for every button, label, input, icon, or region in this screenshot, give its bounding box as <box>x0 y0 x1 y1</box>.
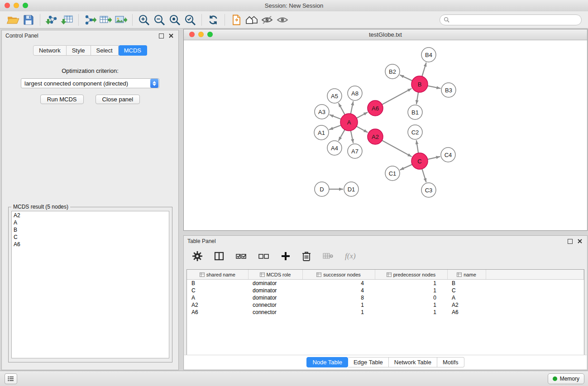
graph-node-B2[interactable]: B2 <box>385 64 400 79</box>
add-column-plus-icon[interactable] <box>281 251 291 261</box>
export-image-icon[interactable] <box>113 13 129 27</box>
graph-node-A1[interactable]: A1 <box>314 125 329 140</box>
node-table-container[interactable]: shared nameMCDS rolesuccessor nodesprede… <box>186 269 584 356</box>
export-table-icon[interactable] <box>98 13 113 27</box>
close-panel-button[interactable]: Close panel <box>96 95 140 104</box>
graph-edge-A2-C[interactable] <box>382 140 412 157</box>
home-views-icon[interactable] <box>244 13 259 27</box>
graph-node-C1[interactable]: C1 <box>385 166 400 181</box>
criterion-dropdown[interactable]: largest connected component (directed) <box>21 78 159 88</box>
delete-table-icon[interactable] <box>322 251 334 261</box>
graph-node-A7[interactable]: A7 <box>348 144 362 158</box>
zoom-out-icon[interactable] <box>152 13 167 27</box>
graph-node-C2[interactable]: C2 <box>408 125 422 139</box>
import-network-icon[interactable] <box>44 13 59 27</box>
tab-network-table[interactable]: Network Table <box>389 357 437 367</box>
zoom-in-icon[interactable] <box>136 13 152 27</box>
open-session-icon[interactable] <box>5 13 21 27</box>
tab-select[interactable]: Select <box>91 45 119 56</box>
table-row[interactable]: A6connector11A6 <box>187 309 584 316</box>
import-table-icon[interactable] <box>59 13 75 27</box>
search-input[interactable] <box>452 16 578 24</box>
table-cell[interactable]: 4 <box>302 287 375 294</box>
table-cell[interactable]: A6 <box>187 309 248 316</box>
tab-network[interactable]: Network <box>33 45 67 56</box>
table-cell[interactable]: A2 <box>187 301 248 309</box>
deselect-all-icon[interactable] <box>258 251 270 262</box>
table-row[interactable]: Bdominator41B <box>187 280 584 287</box>
first-neighbors-document-icon[interactable] <box>229 13 244 27</box>
zoom-fit-icon[interactable] <box>167 13 182 27</box>
task-history-menu-button[interactable] <box>5 373 17 384</box>
table-cell[interactable]: 4 <box>302 280 375 287</box>
table-cell[interactable]: 1 <box>375 287 447 294</box>
save-session-icon[interactable] <box>21 13 36 27</box>
mcds-result-item[interactable]: C <box>12 234 169 241</box>
table-row[interactable]: Cdominator41C <box>187 287 584 294</box>
tab-node-table[interactable]: Node Table <box>306 357 348 367</box>
graph-node-B[interactable]: B <box>411 76 428 92</box>
tab-motifs[interactable]: Motifs <box>437 357 464 367</box>
table-cell[interactable]: A2 <box>447 301 486 309</box>
table-settings-gear-icon[interactable] <box>192 251 203 262</box>
close-panel-icon[interactable] <box>167 32 175 39</box>
function-builder-icon[interactable]: f(x) <box>345 252 356 261</box>
zoom-selected-icon[interactable] <box>182 13 198 27</box>
apply-layout-refresh-icon[interactable] <box>206 13 221 27</box>
graph-edge-A6-B[interactable] <box>382 89 411 105</box>
table-cell[interactable]: 8 <box>302 294 375 301</box>
show-columns-icon[interactable] <box>214 251 225 262</box>
network-canvas[interactable]: B4B2BB3A5A8A6B1A3AA1C2A2A4A7C4CC1C3DD1 <box>184 40 587 230</box>
mcds-result-item[interactable]: A6 <box>12 241 169 248</box>
table-cell[interactable]: dominator <box>248 280 302 287</box>
table-cell[interactable]: A <box>447 294 486 301</box>
column-header-MCDS-role[interactable]: MCDS role <box>248 270 302 280</box>
delete-column-trash-icon[interactable] <box>301 251 311 262</box>
table-cell[interactable]: A6 <box>447 309 486 316</box>
graph-node-D[interactable]: D <box>315 182 329 196</box>
graph-node-D1[interactable]: D1 <box>344 182 359 196</box>
table-row[interactable]: Adominator80A <box>187 294 584 301</box>
table-cell[interactable]: B <box>187 280 248 287</box>
graph-edge-C-C3[interactable] <box>422 169 426 182</box>
mcds-result-item[interactable]: A <box>12 219 169 226</box>
tab-style[interactable]: Style <box>67 45 91 56</box>
tab-edge-table[interactable]: Edge Table <box>348 357 389 367</box>
graph-edge-A-A4[interactable] <box>339 130 345 141</box>
mcds-result-item[interactable]: A2 <box>12 212 169 219</box>
graph-edge-A-A7[interactable] <box>351 131 354 143</box>
graph-node-B4[interactable]: B4 <box>421 48 436 62</box>
graph-edge-A-A8[interactable] <box>351 101 354 114</box>
table-cell[interactable]: 1 <box>375 280 447 287</box>
search-box[interactable] <box>440 14 582 25</box>
mcds-result-item[interactable]: B <box>12 226 169 234</box>
column-header-predecessor-nodes[interactable]: predecessor nodes <box>375 270 447 280</box>
graph-node-C4[interactable]: C4 <box>441 148 455 162</box>
float-panel-icon[interactable] <box>158 32 165 39</box>
table-row[interactable]: A2connector11A2 <box>187 301 584 309</box>
network-graph[interactable]: B4B2BB3A5A8A6B1A3AA1C2A2A4A7C4CC1C3DD1 <box>184 40 587 230</box>
table-cell[interactable]: connector <box>248 301 302 309</box>
table-cell[interactable]: A <box>187 294 248 301</box>
table-cell[interactable]: C <box>187 287 248 294</box>
graph-node-A[interactable]: A <box>340 114 358 131</box>
table-cell[interactable]: 0 <box>375 294 447 301</box>
column-header-shared-name[interactable]: shared name <box>187 270 248 280</box>
table-cell[interactable]: B <box>447 280 486 287</box>
table-cell[interactable]: dominator <box>248 294 302 301</box>
graph-edge-B-B3[interactable] <box>428 86 441 89</box>
graph-node-C[interactable]: C <box>411 153 428 169</box>
column-header-name[interactable]: name <box>447 270 486 280</box>
graph-node-A2[interactable]: A2 <box>368 129 383 144</box>
float-table-panel-icon[interactable] <box>566 238 574 245</box>
graph-edge-B-B1[interactable] <box>416 92 418 104</box>
network-window-titlebar[interactable]: testGlobe.txt <box>184 29 587 40</box>
graph-node-B3[interactable]: B3 <box>441 83 456 97</box>
hide-graphics-details-icon[interactable] <box>259 13 275 27</box>
graph-node-A4[interactable]: A4 <box>327 141 342 155</box>
close-table-panel-icon[interactable] <box>576 238 583 245</box>
graph-edge-B-B4[interactable] <box>422 62 426 76</box>
table-cell[interactable]: 1 <box>375 301 447 309</box>
run-mcds-button[interactable]: Run MCDS <box>40 95 84 104</box>
graph-node-A6[interactable]: A6 <box>368 100 383 116</box>
